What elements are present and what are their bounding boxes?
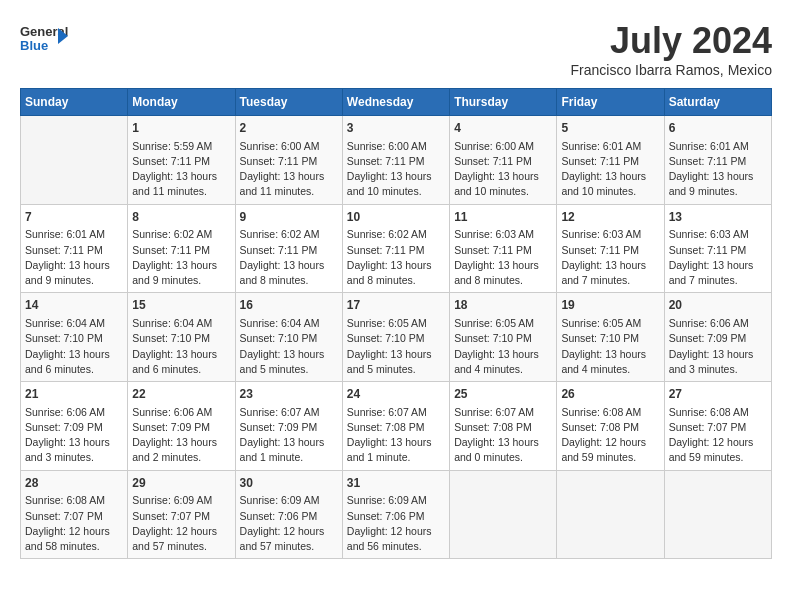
cell-info: Sunrise: 6:04 AMSunset: 7:10 PMDaylight:… xyxy=(25,316,123,377)
calendar-cell: 19Sunrise: 6:05 AMSunset: 7:10 PMDayligh… xyxy=(557,293,664,382)
svg-text:Blue: Blue xyxy=(20,38,48,53)
calendar-cell: 2Sunrise: 6:00 AMSunset: 7:11 PMDaylight… xyxy=(235,116,342,205)
cell-info: Sunrise: 6:07 AMSunset: 7:08 PMDaylight:… xyxy=(454,405,552,466)
day-number: 16 xyxy=(240,297,338,314)
calendar-cell xyxy=(450,470,557,559)
days-header-row: SundayMondayTuesdayWednesdayThursdayFrid… xyxy=(21,89,772,116)
day-header-tuesday: Tuesday xyxy=(235,89,342,116)
day-header-saturday: Saturday xyxy=(664,89,771,116)
day-header-wednesday: Wednesday xyxy=(342,89,449,116)
day-number: 6 xyxy=(669,120,767,137)
day-number: 2 xyxy=(240,120,338,137)
cell-info: Sunrise: 6:08 AMSunset: 7:07 PMDaylight:… xyxy=(25,493,123,554)
day-number: 24 xyxy=(347,386,445,403)
day-number: 5 xyxy=(561,120,659,137)
calendar-cell: 20Sunrise: 6:06 AMSunset: 7:09 PMDayligh… xyxy=(664,293,771,382)
title-block: July 2024 Francisco Ibarra Ramos, Mexico xyxy=(570,20,772,78)
day-number: 4 xyxy=(454,120,552,137)
cell-info: Sunrise: 6:02 AMSunset: 7:11 PMDaylight:… xyxy=(132,227,230,288)
day-number: 10 xyxy=(347,209,445,226)
calendar-cell: 9Sunrise: 6:02 AMSunset: 7:11 PMDaylight… xyxy=(235,204,342,293)
cell-info: Sunrise: 6:06 AMSunset: 7:09 PMDaylight:… xyxy=(25,405,123,466)
calendar-cell: 17Sunrise: 6:05 AMSunset: 7:10 PMDayligh… xyxy=(342,293,449,382)
calendar-cell: 29Sunrise: 6:09 AMSunset: 7:07 PMDayligh… xyxy=(128,470,235,559)
calendar-week-row-5: 28Sunrise: 6:08 AMSunset: 7:07 PMDayligh… xyxy=(21,470,772,559)
calendar-table: SundayMondayTuesdayWednesdayThursdayFrid… xyxy=(20,88,772,559)
day-number: 1 xyxy=(132,120,230,137)
logo-icon: GeneralBlue xyxy=(20,20,70,60)
day-number: 21 xyxy=(25,386,123,403)
cell-info: Sunrise: 5:59 AMSunset: 7:11 PMDaylight:… xyxy=(132,139,230,200)
calendar-cell: 12Sunrise: 6:03 AMSunset: 7:11 PMDayligh… xyxy=(557,204,664,293)
cell-info: Sunrise: 6:09 AMSunset: 7:06 PMDaylight:… xyxy=(347,493,445,554)
calendar-cell: 11Sunrise: 6:03 AMSunset: 7:11 PMDayligh… xyxy=(450,204,557,293)
cell-info: Sunrise: 6:07 AMSunset: 7:09 PMDaylight:… xyxy=(240,405,338,466)
day-number: 20 xyxy=(669,297,767,314)
location-subtitle: Francisco Ibarra Ramos, Mexico xyxy=(570,62,772,78)
calendar-cell: 18Sunrise: 6:05 AMSunset: 7:10 PMDayligh… xyxy=(450,293,557,382)
month-year-title: July 2024 xyxy=(570,20,772,62)
cell-info: Sunrise: 6:03 AMSunset: 7:11 PMDaylight:… xyxy=(669,227,767,288)
day-number: 18 xyxy=(454,297,552,314)
day-number: 28 xyxy=(25,475,123,492)
calendar-cell: 24Sunrise: 6:07 AMSunset: 7:08 PMDayligh… xyxy=(342,382,449,471)
calendar-cell: 16Sunrise: 6:04 AMSunset: 7:10 PMDayligh… xyxy=(235,293,342,382)
calendar-cell xyxy=(664,470,771,559)
calendar-cell: 5Sunrise: 6:01 AMSunset: 7:11 PMDaylight… xyxy=(557,116,664,205)
calendar-cell: 1Sunrise: 5:59 AMSunset: 7:11 PMDaylight… xyxy=(128,116,235,205)
cell-info: Sunrise: 6:05 AMSunset: 7:10 PMDaylight:… xyxy=(454,316,552,377)
day-header-friday: Friday xyxy=(557,89,664,116)
cell-info: Sunrise: 6:00 AMSunset: 7:11 PMDaylight:… xyxy=(454,139,552,200)
calendar-cell: 8Sunrise: 6:02 AMSunset: 7:11 PMDaylight… xyxy=(128,204,235,293)
day-number: 13 xyxy=(669,209,767,226)
calendar-cell: 25Sunrise: 6:07 AMSunset: 7:08 PMDayligh… xyxy=(450,382,557,471)
cell-info: Sunrise: 6:04 AMSunset: 7:10 PMDaylight:… xyxy=(132,316,230,377)
day-number: 19 xyxy=(561,297,659,314)
day-header-monday: Monday xyxy=(128,89,235,116)
cell-info: Sunrise: 6:03 AMSunset: 7:11 PMDaylight:… xyxy=(561,227,659,288)
cell-info: Sunrise: 6:05 AMSunset: 7:10 PMDaylight:… xyxy=(347,316,445,377)
day-number: 29 xyxy=(132,475,230,492)
day-number: 9 xyxy=(240,209,338,226)
calendar-cell: 26Sunrise: 6:08 AMSunset: 7:08 PMDayligh… xyxy=(557,382,664,471)
day-number: 22 xyxy=(132,386,230,403)
calendar-cell xyxy=(557,470,664,559)
calendar-cell: 14Sunrise: 6:04 AMSunset: 7:10 PMDayligh… xyxy=(21,293,128,382)
logo: GeneralBlue xyxy=(20,20,74,60)
calendar-week-row-2: 7Sunrise: 6:01 AMSunset: 7:11 PMDaylight… xyxy=(21,204,772,293)
day-number: 8 xyxy=(132,209,230,226)
cell-info: Sunrise: 6:01 AMSunset: 7:11 PMDaylight:… xyxy=(561,139,659,200)
calendar-cell: 28Sunrise: 6:08 AMSunset: 7:07 PMDayligh… xyxy=(21,470,128,559)
day-number: 25 xyxy=(454,386,552,403)
page-header: GeneralBlue July 2024 Francisco Ibarra R… xyxy=(20,20,772,78)
cell-info: Sunrise: 6:00 AMSunset: 7:11 PMDaylight:… xyxy=(347,139,445,200)
cell-info: Sunrise: 6:09 AMSunset: 7:06 PMDaylight:… xyxy=(240,493,338,554)
calendar-cell: 23Sunrise: 6:07 AMSunset: 7:09 PMDayligh… xyxy=(235,382,342,471)
day-number: 11 xyxy=(454,209,552,226)
calendar-cell: 6Sunrise: 6:01 AMSunset: 7:11 PMDaylight… xyxy=(664,116,771,205)
cell-info: Sunrise: 6:09 AMSunset: 7:07 PMDaylight:… xyxy=(132,493,230,554)
cell-info: Sunrise: 6:01 AMSunset: 7:11 PMDaylight:… xyxy=(669,139,767,200)
calendar-cell: 10Sunrise: 6:02 AMSunset: 7:11 PMDayligh… xyxy=(342,204,449,293)
cell-info: Sunrise: 6:08 AMSunset: 7:07 PMDaylight:… xyxy=(669,405,767,466)
calendar-cell: 13Sunrise: 6:03 AMSunset: 7:11 PMDayligh… xyxy=(664,204,771,293)
cell-info: Sunrise: 6:04 AMSunset: 7:10 PMDaylight:… xyxy=(240,316,338,377)
day-number: 3 xyxy=(347,120,445,137)
cell-info: Sunrise: 6:00 AMSunset: 7:11 PMDaylight:… xyxy=(240,139,338,200)
day-number: 27 xyxy=(669,386,767,403)
calendar-cell: 21Sunrise: 6:06 AMSunset: 7:09 PMDayligh… xyxy=(21,382,128,471)
calendar-week-row-1: 1Sunrise: 5:59 AMSunset: 7:11 PMDaylight… xyxy=(21,116,772,205)
calendar-cell: 30Sunrise: 6:09 AMSunset: 7:06 PMDayligh… xyxy=(235,470,342,559)
cell-info: Sunrise: 6:02 AMSunset: 7:11 PMDaylight:… xyxy=(240,227,338,288)
day-number: 7 xyxy=(25,209,123,226)
cell-info: Sunrise: 6:02 AMSunset: 7:11 PMDaylight:… xyxy=(347,227,445,288)
day-number: 15 xyxy=(132,297,230,314)
day-number: 23 xyxy=(240,386,338,403)
cell-info: Sunrise: 6:08 AMSunset: 7:08 PMDaylight:… xyxy=(561,405,659,466)
day-number: 14 xyxy=(25,297,123,314)
calendar-cell: 4Sunrise: 6:00 AMSunset: 7:11 PMDaylight… xyxy=(450,116,557,205)
calendar-cell: 31Sunrise: 6:09 AMSunset: 7:06 PMDayligh… xyxy=(342,470,449,559)
calendar-week-row-3: 14Sunrise: 6:04 AMSunset: 7:10 PMDayligh… xyxy=(21,293,772,382)
cell-info: Sunrise: 6:06 AMSunset: 7:09 PMDaylight:… xyxy=(132,405,230,466)
calendar-cell xyxy=(21,116,128,205)
